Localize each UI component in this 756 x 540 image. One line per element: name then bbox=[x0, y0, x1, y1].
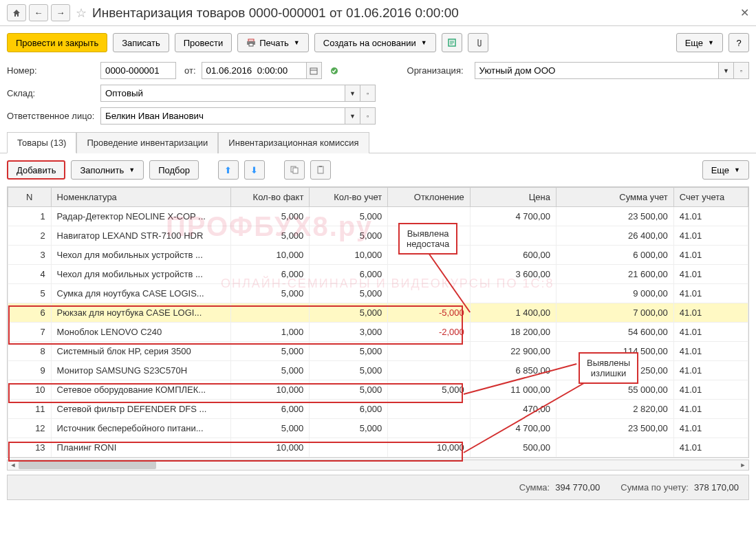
cell-n: 4 bbox=[8, 265, 52, 284]
move-down-button[interactable]: ⬇ bbox=[244, 160, 265, 180]
number-input[interactable] bbox=[100, 62, 176, 79]
table-row[interactable]: 6Рюкзак для ноутбука CASE LOGI...5,000-5… bbox=[8, 303, 748, 323]
table-row[interactable]: 1Радар-Детектор NEOLINE X-COP ...5,0005,… bbox=[8, 207, 748, 226]
cell-n: 13 bbox=[8, 438, 52, 457]
table-row[interactable]: 12Источник бесперебойного питани...5,000… bbox=[8, 419, 748, 438]
table-row[interactable]: 13Планинг RONI10,00010,000500,0041.01 bbox=[8, 438, 748, 457]
status-ok-icon bbox=[327, 64, 341, 78]
cell-fact: 10,000 bbox=[231, 380, 310, 400]
select-button[interactable]: Подбор bbox=[149, 160, 199, 180]
cell-nomenclature: Моноблок LENOVO C240 bbox=[51, 323, 231, 342]
cell-nomenclature: Рюкзак для ноутбука CASE LOGI... bbox=[51, 303, 231, 323]
conduct-button[interactable]: Провести bbox=[175, 33, 233, 52]
cell-nomenclature: Системный блок HP, серия 3500 bbox=[51, 342, 231, 361]
table-more-button[interactable]: Еще▼ bbox=[702, 160, 749, 180]
svg-rect-7 bbox=[293, 168, 298, 173]
more-button[interactable]: Еще▼ bbox=[676, 33, 723, 52]
col-qty-fact[interactable]: Кол-во факт bbox=[231, 188, 310, 207]
table-row[interactable]: 5Сумка для ноутбука CASE LOGIS...5,0005,… bbox=[8, 284, 748, 303]
col-sum-account[interactable]: Сумма учет bbox=[556, 188, 673, 207]
move-up-button[interactable]: ⬆ bbox=[218, 160, 239, 180]
table-row[interactable]: 4Чехол для мобильных устройств ...6,0006… bbox=[8, 265, 748, 284]
cell-nomenclature: Сетевой фильтр DEFENDER DFS ... bbox=[51, 400, 231, 419]
report-icon-button[interactable] bbox=[442, 33, 462, 52]
cell-sum bbox=[556, 438, 673, 457]
scroll-left-icon[interactable]: ◄ bbox=[8, 460, 19, 470]
org-open-icon[interactable]: ▫ bbox=[734, 62, 749, 79]
org-label: Организация: bbox=[407, 65, 469, 76]
warehouse-open-icon[interactable]: ▫ bbox=[360, 85, 376, 102]
create-based-label: Создать на основании bbox=[323, 38, 416, 48]
fill-button[interactable]: Заполнить▼ bbox=[71, 160, 144, 180]
favorite-star-icon[interactable]: ☆ bbox=[76, 6, 87, 21]
back-button[interactable]: ← bbox=[29, 4, 48, 21]
forward-button[interactable]: → bbox=[51, 4, 70, 21]
copy-button[interactable] bbox=[284, 160, 305, 180]
calendar-icon[interactable] bbox=[307, 62, 322, 79]
sum-value: 394 770,00 bbox=[555, 482, 600, 493]
tab-commission[interactable]: Инвентаризационная комиссия bbox=[218, 132, 369, 153]
warehouse-input[interactable] bbox=[100, 85, 345, 102]
scroll-thumb[interactable] bbox=[19, 461, 156, 469]
from-label: от: bbox=[184, 65, 196, 76]
create-based-on-button[interactable]: Создать на основании▼ bbox=[314, 33, 436, 52]
table-row[interactable]: 3Чехол для мобильных устройств ...10,000… bbox=[8, 246, 748, 265]
org-input[interactable] bbox=[475, 62, 719, 79]
cell-price bbox=[470, 284, 556, 303]
fill-label: Заполнить bbox=[80, 165, 124, 175]
cell-fact: 6,000 bbox=[231, 400, 310, 419]
table-row[interactable]: 11Сетевой фильтр DEFENDER DFS ...6,0006,… bbox=[8, 400, 748, 419]
home-button[interactable] bbox=[7, 4, 26, 21]
table-toolbar: Добавить Заполнить▼ Подбор ⬆ ⬇ Еще▼ bbox=[0, 153, 756, 186]
cell-acct: 41.01 bbox=[673, 342, 748, 361]
cell-n: 3 bbox=[8, 246, 52, 265]
cell-fact: 5,000 bbox=[231, 207, 310, 226]
responsible-input[interactable] bbox=[100, 107, 345, 125]
col-nomenclature[interactable]: Номенклатура bbox=[51, 188, 231, 207]
col-account[interactable]: Счет учета bbox=[673, 188, 748, 207]
col-qty-account[interactable]: Кол-во учет bbox=[310, 188, 388, 207]
add-button[interactable]: Добавить bbox=[7, 160, 65, 180]
responsible-dropdown-icon[interactable]: ▼ bbox=[345, 107, 360, 125]
cell-price bbox=[470, 226, 556, 246]
conduct-and-close-button[interactable]: Провести и закрыть bbox=[7, 33, 107, 52]
scroll-right-icon[interactable]: ► bbox=[737, 460, 748, 470]
warehouse-dropdown-icon[interactable]: ▼ bbox=[345, 85, 360, 102]
table-row[interactable]: 2Навигатор LEXAND STR-7100 HDR5,0005,000… bbox=[8, 226, 748, 246]
cell-nomenclature: Сумка для ноутбука CASE LOGIS... bbox=[51, 284, 231, 303]
page-title: Инвентаризация товаров 0000-000001 от 01… bbox=[92, 6, 459, 21]
date-input[interactable] bbox=[202, 62, 307, 79]
print-button[interactable]: Печать▼ bbox=[237, 33, 309, 52]
col-deviation[interactable]: Отклонение bbox=[388, 188, 471, 207]
svg-rect-4 bbox=[310, 68, 317, 74]
cell-acct: 41.01 bbox=[673, 380, 748, 400]
responsible-open-icon[interactable]: ▫ bbox=[360, 107, 376, 125]
cell-account: 5,000 bbox=[310, 226, 388, 246]
table-row[interactable]: 7Моноблок LENOVO C2401,0003,000-2,00018 … bbox=[8, 323, 748, 342]
cell-nomenclature: Монитор SAMSUNG S23C570H bbox=[51, 361, 231, 380]
tab-goods[interactable]: Товары (13) bbox=[7, 132, 76, 153]
org-dropdown-icon[interactable]: ▼ bbox=[719, 62, 734, 79]
cell-account: 6,000 bbox=[310, 265, 388, 284]
number-label: Номер: bbox=[7, 65, 95, 76]
responsible-label: Ответственное лицо: bbox=[7, 111, 95, 121]
help-button[interactable]: ? bbox=[728, 33, 749, 52]
paste-button[interactable] bbox=[310, 160, 331, 180]
close-button[interactable]: ✕ bbox=[740, 6, 749, 19]
tab-inventory-conduct[interactable]: Проведение инвентаризации bbox=[76, 132, 218, 153]
cell-account: 3,000 bbox=[310, 323, 388, 342]
cell-deviation: -2,000 bbox=[388, 323, 471, 342]
cell-price: 4 700,00 bbox=[470, 419, 556, 438]
save-button[interactable]: Записать bbox=[113, 33, 169, 52]
cell-sum: 9 000,00 bbox=[556, 284, 673, 303]
col-price[interactable]: Цена bbox=[470, 188, 556, 207]
cell-acct: 41.01 bbox=[673, 265, 748, 284]
cell-sum: 23 500,00 bbox=[556, 207, 673, 226]
cell-acct: 41.01 bbox=[673, 323, 748, 342]
col-n[interactable]: N bbox=[8, 188, 52, 207]
cell-n: 9 bbox=[8, 361, 52, 380]
horizontal-scrollbar[interactable]: ◄ ► bbox=[7, 460, 749, 471]
cell-acct: 41.01 bbox=[673, 284, 748, 303]
svg-rect-8 bbox=[318, 166, 323, 173]
attach-icon-button[interactable] bbox=[468, 33, 488, 52]
